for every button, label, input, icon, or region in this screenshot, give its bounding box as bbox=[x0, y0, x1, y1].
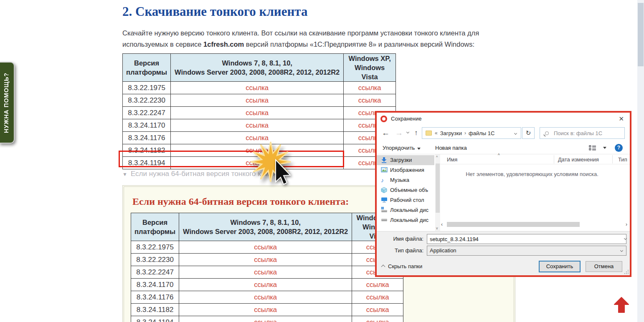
back-to-top-icon[interactable] bbox=[613, 296, 630, 314]
hide-folders-button[interactable]: Скрыть папки bbox=[382, 263, 422, 269]
need-help-tab[interactable]: НУЖНА ПОМОЩЬ? bbox=[0, 62, 15, 143]
dialog-title: Сохранение bbox=[391, 116, 422, 122]
close-icon[interactable]: ✕ bbox=[619, 115, 624, 123]
download-link[interactable]: ссылка bbox=[366, 306, 389, 313]
sidebar-scrollbar[interactable]: ^ v bbox=[435, 154, 440, 231]
versions-table-32bit: Версияплатформы Windows 7, 8, 8.1, 10,Wi… bbox=[122, 53, 396, 169]
download-link[interactable]: ссылка bbox=[254, 293, 277, 301]
resize-grip-icon[interactable] bbox=[624, 270, 629, 274]
download-link[interactable]: ссылка bbox=[254, 281, 277, 288]
sidebar-item-local-disk-d[interactable]: Локальный дис bbox=[377, 215, 434, 225]
sidebar-item-downloads[interactable]: Загрузки bbox=[377, 155, 434, 165]
version-cell: 8.3.22.2247 bbox=[131, 266, 179, 279]
dialog-body: Загрузки Изображения ♪ Музыка Объемные о… bbox=[377, 154, 630, 231]
table-row-highlighted: 8.3.24.1194ссылкассылка bbox=[123, 157, 396, 169]
refresh-button[interactable]: ↻ bbox=[522, 127, 535, 139]
help-icon[interactable]: ? bbox=[615, 144, 623, 152]
scroll-up-icon[interactable]: ^ bbox=[436, 155, 438, 159]
dialog-titlebar[interactable]: Сохранение ✕ bbox=[377, 113, 630, 125]
forward-icon[interactable]: → bbox=[395, 128, 403, 138]
col-header-windows: Windows 7, 8, 8.1, 10,Windows Server 200… bbox=[171, 54, 344, 82]
breadcrumb-overflow[interactable]: « bbox=[435, 130, 438, 136]
filetype-select[interactable]: Application bbox=[427, 246, 626, 256]
save-button[interactable]: Сохранить bbox=[539, 261, 581, 272]
breadcrumb-dropdown-icon[interactable] bbox=[514, 131, 517, 134]
breadcrumb-current[interactable]: файлы 1С bbox=[469, 130, 494, 136]
triangle-down-icon: ▼ bbox=[122, 171, 127, 177]
table-row: 8.3.24.1170ссылкассылка bbox=[131, 279, 403, 291]
filename-label: Имя файла: bbox=[377, 236, 423, 242]
download-link[interactable]: ссылка bbox=[246, 84, 269, 91]
scroll-left-icon[interactable]: ‹ bbox=[441, 221, 443, 227]
scroll-right-icon[interactable]: › bbox=[626, 221, 627, 227]
download-link[interactable]: ссылка bbox=[358, 84, 381, 91]
breadcrumb[interactable]: « Загрузки › файлы 1С bbox=[422, 127, 521, 139]
intro-line2-prefix: используемых в сервисе bbox=[122, 40, 203, 48]
download-link[interactable]: ссылка bbox=[254, 306, 277, 313]
sidebar-item-pictures[interactable]: Изображения bbox=[377, 165, 434, 175]
dropdown-arrow-icon bbox=[417, 148, 421, 150]
organize-button[interactable]: Упорядочить bbox=[383, 145, 421, 151]
sidebar-item-desktop[interactable]: Рабочий стол bbox=[377, 195, 434, 205]
download-link[interactable]: ссылка bbox=[366, 293, 389, 301]
intro-paragraph: Скачайте нужную версию тонкого клиента. … bbox=[122, 28, 479, 50]
search-input[interactable]: Поиск в: файлы 1С bbox=[540, 127, 625, 139]
filetype-dropdown-icon bbox=[620, 249, 623, 252]
download-link[interactable]: ссылка bbox=[246, 109, 269, 116]
horizontal-scrollbar[interactable]: ‹ › bbox=[440, 221, 628, 228]
table-row: 8.3.22.1975ссылкассылка bbox=[131, 241, 403, 254]
scroll-down-icon[interactable]: v bbox=[436, 226, 438, 230]
col-header-windows: Windows 7, 8, 8.1, 10,Windows Server 200… bbox=[179, 213, 352, 241]
download-link[interactable]: ссылка bbox=[246, 134, 269, 141]
download-link[interactable]: ссылка bbox=[246, 146, 269, 154]
versions-table-64bit: Версияплатформы Windows 7, 8, 8.1, 10,Wi… bbox=[131, 213, 403, 322]
intro-domain: 1cfresh.com bbox=[203, 40, 244, 48]
version-cell: 8.3.24.1194 bbox=[123, 157, 171, 169]
cancel-button[interactable]: Отмена bbox=[586, 261, 622, 272]
column-header-date[interactable]: Дата изменения bbox=[558, 156, 599, 163]
download-link[interactable]: ссылка bbox=[246, 96, 269, 104]
download-link[interactable]: ссылка bbox=[246, 121, 269, 129]
download-link[interactable]: ссылка bbox=[254, 256, 277, 263]
table-row: 8.3.22.2247ссылкассылка bbox=[123, 107, 396, 119]
breadcrumb-root[interactable]: Загрузки bbox=[440, 130, 462, 136]
download-link[interactable]: ссылка bbox=[366, 281, 389, 288]
column-divider[interactable] bbox=[612, 155, 613, 164]
opera-icon bbox=[380, 116, 387, 122]
history-chevron-icon[interactable] bbox=[406, 131, 409, 133]
page-scrollbar[interactable] bbox=[637, 0, 644, 322]
sidebar-item-local-disk-c[interactable]: Локальный дис bbox=[377, 205, 434, 215]
download-link-clicked[interactable]: ссылка bbox=[246, 159, 269, 166]
new-folder-button[interactable]: Новая папка bbox=[435, 145, 467, 151]
up-folder-icon[interactable]: ↑ bbox=[414, 129, 418, 137]
column-header-type[interactable]: Тип bbox=[618, 156, 627, 163]
view-dropdown-icon[interactable] bbox=[603, 147, 606, 149]
sidebar-item-music[interactable]: ♪ Музыка bbox=[377, 175, 434, 185]
table-row: 8.3.24.1182ссылкассылка bbox=[131, 304, 403, 316]
scrollbar-thumb[interactable] bbox=[436, 164, 440, 213]
version-cell: 8.3.22.1975 bbox=[131, 241, 179, 254]
download-link[interactable]: ссылка bbox=[254, 243, 277, 251]
spoiler-toggle-64bit[interactable]: ▼Если нужна 64-битная версия тонкого кли… bbox=[122, 170, 284, 178]
filename-input[interactable] bbox=[427, 234, 626, 244]
scrollbar-thumb[interactable] bbox=[447, 222, 580, 227]
view-options-icon[interactable] bbox=[589, 145, 596, 151]
download-link[interactable]: ссылка bbox=[254, 268, 277, 276]
sidebar-item-3d-objects[interactable]: Объемные объ bbox=[377, 185, 434, 195]
column-header-name[interactable]: Имя bbox=[447, 156, 457, 163]
version-cell: 8.3.22.2247 bbox=[123, 107, 171, 119]
scrollbar-thumb[interactable] bbox=[638, 3, 644, 66]
download-link[interactable]: ссылка bbox=[358, 96, 381, 104]
column-divider[interactable] bbox=[554, 155, 554, 164]
table-row: 8.3.22.2230ссылкассылка bbox=[131, 254, 403, 266]
download-link[interactable]: ссылка bbox=[366, 318, 389, 322]
disk-icon bbox=[381, 217, 388, 223]
music-icon: ♪ bbox=[381, 177, 384, 184]
table-row: 8.3.24.1170ссылкассылка bbox=[123, 119, 396, 132]
table-row: 8.3.24.1176ссылкассылка bbox=[123, 132, 396, 144]
back-icon[interactable]: ← bbox=[382, 128, 390, 138]
dialog-navbar: ← → ↑ « Загрузки › файлы 1С ↻ Поиск в: ф… bbox=[377, 125, 630, 142]
download-link[interactable]: ссылка bbox=[254, 318, 277, 322]
version-cell: 8.3.22.2230 bbox=[131, 254, 179, 266]
intro-line2-suffix: версий платформы «1С:Предприятие 8» и ра… bbox=[244, 40, 474, 48]
